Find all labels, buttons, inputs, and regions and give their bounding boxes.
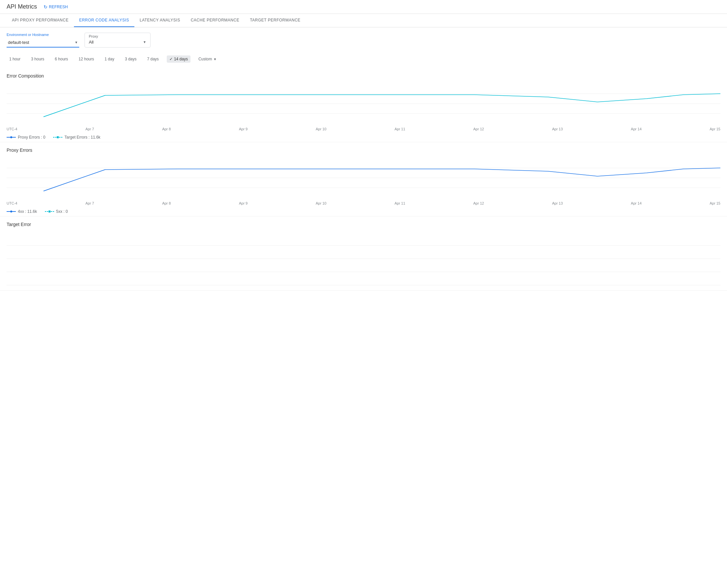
5xx-legend-label: 5xx : 0 bbox=[56, 209, 68, 214]
target-error-section: Target Error UTC-4 Apr 7 Apr 8 Apr 9 Apr… bbox=[0, 216, 727, 291]
env-value: default-test bbox=[8, 40, 29, 45]
time-custom[interactable]: Custom ▼ bbox=[196, 56, 219, 63]
svg-rect-13 bbox=[48, 211, 51, 212]
time-14days[interactable]: ✓ 14 days bbox=[167, 56, 190, 63]
error-composition-xaxis: UTC-4 Apr 7 Apr 8 Apr 9 Apr 10 Apr 11 Ap… bbox=[6, 126, 721, 132]
target-error-title: Target Error bbox=[6, 222, 721, 227]
proxy-filter-wrapper: Proxy All ▼ bbox=[84, 33, 150, 47]
4xx-legend-label: 4xx : 11.6k bbox=[18, 209, 37, 214]
error-composition-section: Error Composition UTC-4 Apr 7 Apr 8 Apr … bbox=[0, 68, 727, 142]
tab-api-proxy[interactable]: API PROXY PERFORMANCE bbox=[6, 14, 74, 27]
time-3days[interactable]: 3 days bbox=[122, 56, 139, 63]
tab-bar: API PROXY PERFORMANCE ERROR CODE ANALYSI… bbox=[0, 14, 727, 27]
env-dropdown-arrow: ▼ bbox=[75, 41, 78, 44]
env-select[interactable]: default-test ▼ bbox=[6, 38, 79, 47]
refresh-icon: ↻ bbox=[44, 4, 47, 9]
time-1day[interactable]: 1 day bbox=[102, 56, 117, 63]
env-filter-wrapper: Environment or Hostname default-test ▼ bbox=[6, 33, 79, 47]
proxy-errors-xaxis: UTC-4 Apr 7 Apr 8 Apr 9 Apr 10 Apr 11 Ap… bbox=[6, 200, 721, 207]
tab-target[interactable]: TARGET PERFORMANCE bbox=[245, 14, 306, 27]
time-7days[interactable]: 7 days bbox=[145, 56, 161, 63]
proxy-select[interactable]: All ▼ bbox=[89, 38, 146, 45]
proxy-errors-legend: Proxy Errors : 0 bbox=[6, 135, 45, 140]
error-composition-title: Error Composition bbox=[6, 73, 721, 79]
4xx-legend-icon bbox=[6, 210, 16, 213]
custom-dropdown-arrow: ▼ bbox=[213, 58, 217, 61]
proxy-errors-legend-label: Proxy Errors : 0 bbox=[18, 135, 45, 140]
refresh-label: REFRESH bbox=[49, 5, 68, 9]
time-6hours[interactable]: 6 hours bbox=[52, 56, 70, 63]
target-errors-legend: Target Errors : 11.6k bbox=[53, 135, 100, 140]
tab-error-code[interactable]: ERROR CODE ANALYSIS bbox=[74, 14, 134, 27]
5xx-legend-icon bbox=[45, 210, 54, 213]
proxy-value: All bbox=[89, 40, 94, 45]
page-header: API Metrics ↻ REFRESH bbox=[0, 0, 727, 14]
target-error-svg bbox=[6, 232, 721, 291]
filter-bar: Environment or Hostname default-test ▼ P… bbox=[0, 27, 727, 53]
error-composition-legend: Proxy Errors : 0 Target Errors : 11.6k bbox=[6, 132, 721, 142]
tab-latency[interactable]: LATENCY ANALYSIS bbox=[134, 14, 185, 27]
proxy-fieldset: Proxy All ▼ bbox=[84, 33, 150, 47]
proxy-errors-legend-icon bbox=[6, 135, 16, 139]
time-3hours[interactable]: 3 hours bbox=[28, 56, 47, 63]
proxy-dropdown-arrow: ▼ bbox=[143, 40, 146, 44]
svg-point-11 bbox=[10, 211, 12, 212]
proxy-errors-legend: 4xx : 11.6k 5xx : 0 bbox=[6, 207, 721, 216]
env-label: Environment or Hostname bbox=[6, 33, 79, 37]
time-12hours[interactable]: 12 hours bbox=[76, 56, 97, 63]
5xx-legend: 5xx : 0 bbox=[45, 209, 68, 214]
error-composition-svg bbox=[6, 84, 721, 123]
tab-cache[interactable]: CACHE PERFORMANCE bbox=[185, 14, 245, 27]
proxy-errors-section: Proxy Errors UTC-4 Apr 7 Apr 8 Apr 9 Apr… bbox=[0, 142, 727, 216]
proxy-errors-chart: UTC-4 Apr 7 Apr 8 Apr 9 Apr 10 Apr 11 Ap… bbox=[6, 158, 721, 211]
refresh-button[interactable]: ↻ REFRESH bbox=[44, 4, 68, 9]
svg-point-4 bbox=[10, 136, 12, 138]
4xx-legend: 4xx : 11.6k bbox=[6, 209, 37, 214]
proxy-errors-title: Proxy Errors bbox=[6, 147, 721, 153]
page-title: API Metrics bbox=[6, 3, 37, 10]
time-filter-bar: 1 hour 3 hours 6 hours 12 hours 1 day 3 … bbox=[0, 53, 727, 68]
target-errors-legend-label: Target Errors : 11.6k bbox=[64, 135, 100, 140]
target-errors-legend-icon bbox=[53, 135, 62, 139]
error-composition-chart: UTC-4 Apr 7 Apr 8 Apr 9 Apr 10 Apr 11 Ap… bbox=[6, 84, 721, 136]
checkmark-icon: ✓ bbox=[169, 57, 173, 61]
proxy-label: Proxy bbox=[89, 34, 146, 38]
time-1hour[interactable]: 1 hour bbox=[6, 56, 23, 63]
proxy-errors-svg bbox=[6, 158, 721, 198]
target-error-chart: UTC-4 Apr 7 Apr 8 Apr 9 Apr 10 Apr 11 Ap… bbox=[6, 232, 721, 285]
svg-rect-6 bbox=[57, 136, 59, 138]
